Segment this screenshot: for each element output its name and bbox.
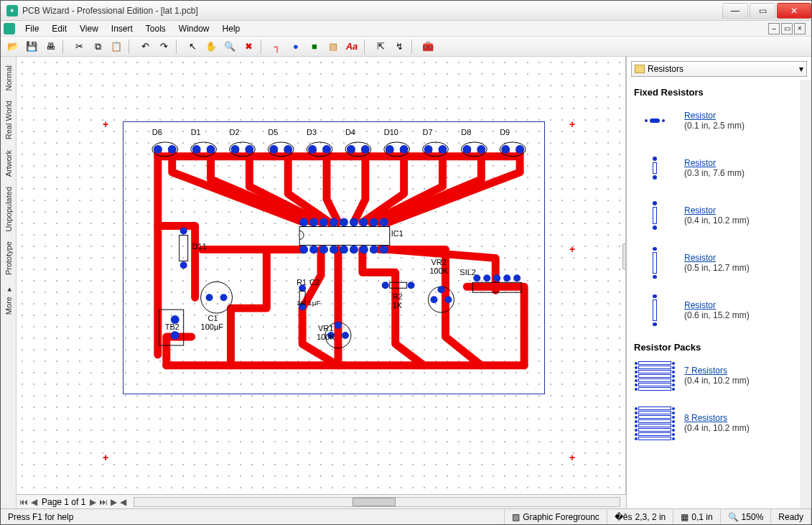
library-button[interactable]: 🧰	[420, 39, 436, 55]
tab-artwork[interactable]: Artwork	[3, 146, 14, 181]
svg-point-52	[444, 296, 452, 303]
rect-tool[interactable]: ■	[307, 39, 322, 55]
palette-item-link[interactable]: Resistor	[684, 111, 716, 121]
palette-item-resistor-pack[interactable]: 8 Resistors(0.4 in, 10.2 mm)	[635, 407, 804, 439]
page-alt-next[interactable]: ◀	[120, 497, 126, 507]
menu-insert[interactable]: Insert	[106, 22, 139, 35]
maximize-button[interactable]: ▭	[750, 3, 775, 19]
corner-marker: +	[103, 452, 108, 463]
svg-point-1	[309, 218, 318, 227]
delete-tool[interactable]: ✖	[241, 39, 256, 55]
resistor-icon	[635, 105, 674, 136]
menu-view[interactable]: View	[74, 22, 104, 35]
status-zoom[interactable]: 🔍150%	[721, 509, 772, 524]
status-grid[interactable]: ▦0,1 in	[673, 509, 720, 524]
redo-button[interactable]: ↷	[156, 39, 172, 55]
undo-button[interactable]: ↶	[137, 39, 153, 55]
page-bar: ⏮ ◀ Page 1 of 1 ▶ ⏭ ▶ ◀	[17, 494, 626, 508]
mdi-close-button[interactable]: ×	[794, 23, 806, 34]
svg-text:100µF: 100µF	[201, 322, 224, 331]
menu-file[interactable]: File	[19, 22, 45, 35]
status-bar: Press F1 for help ▨Graphic Foregrounc �ê…	[1, 508, 811, 524]
title-bar: ✦ PCB Wizard - Professional Edition - [l…	[1, 1, 811, 21]
svg-point-28	[206, 294, 213, 301]
svg-point-78	[284, 145, 292, 154]
svg-text:D9: D9	[500, 128, 510, 136]
palette-item-link[interactable]: Resistor	[684, 300, 716, 310]
palette-item-link[interactable]: Resistor	[684, 158, 716, 168]
canvas-area: + + + + +	[17, 57, 626, 508]
palette-item-resistor-pack[interactable]: 7 Resistors(0.4 in, 10.2 mm)	[635, 360, 804, 391]
menu-window[interactable]: Window	[173, 22, 215, 35]
print-button[interactable]: 🖶	[42, 39, 58, 55]
page-alt-prev[interactable]: ▶	[111, 497, 117, 507]
svg-point-8	[380, 218, 388, 227]
menu-bar: File Edit View Insert Tools Window Help …	[1, 21, 811, 37]
svg-text:1K: 1K	[297, 299, 306, 307]
save-button[interactable]: 💾	[24, 39, 39, 55]
svg-point-0	[299, 218, 308, 227]
svg-point-51	[431, 296, 438, 303]
measure-tool[interactable]: ⇱	[373, 39, 388, 55]
palette-item-resistor[interactable]: Resistor(0.3 in, 7.6 mm)	[635, 152, 804, 184]
palette-item-link[interactable]: 7 Resistors	[684, 366, 727, 376]
splitter-handle[interactable]	[622, 243, 626, 269]
close-button[interactable]: ✕	[777, 3, 811, 19]
cut-button[interactable]: ✂	[71, 39, 87, 55]
tab-more[interactable]: More ▾	[2, 281, 14, 319]
svg-point-12	[330, 245, 338, 254]
palette-item-link[interactable]: Resistor	[684, 253, 716, 263]
open-button[interactable]: 📂	[5, 39, 21, 55]
svg-text:C1: C1	[208, 314, 218, 322]
page-next[interactable]: ▶	[90, 497, 96, 507]
menu-edit[interactable]: Edit	[46, 22, 73, 35]
tab-unpopulated[interactable]: Unpopulated	[3, 182, 14, 236]
zoom-tool[interactable]: 🔍	[222, 39, 238, 55]
route-tool[interactable]: ↯	[391, 39, 407, 55]
svg-point-82	[322, 145, 331, 154]
mdi-minimize-button[interactable]: –	[768, 23, 780, 34]
palette-scrollbar[interactable]	[800, 80, 811, 508]
track-tool[interactable]: ┐	[269, 39, 285, 55]
palette-item-link[interactable]: Resistor	[684, 205, 716, 215]
menu-help[interactable]: Help	[217, 22, 246, 35]
app-icon-small	[4, 23, 15, 34]
svg-point-60	[513, 274, 521, 282]
ic-label: IC1	[391, 229, 403, 238]
horizontal-scrollbar[interactable]	[134, 497, 620, 507]
svg-text:VR1: VR1	[318, 324, 333, 333]
page-last[interactable]: ⏭	[99, 497, 108, 507]
svg-point-85	[347, 145, 355, 154]
mdi-restore-button[interactable]: ▭	[781, 23, 793, 34]
tab-normal[interactable]: Normal	[3, 61, 14, 95]
tab-real-world[interactable]: Real World	[3, 96, 14, 144]
copper-tool[interactable]: ▧	[325, 39, 341, 55]
svg-point-98	[477, 145, 485, 154]
svg-point-6	[360, 218, 368, 227]
svg-text:D4: D4	[345, 128, 355, 136]
palette-item-resistor[interactable]: Resistor(0.1 in, 2.5 mm)	[635, 105, 804, 136]
pan-tool[interactable]: ✋	[203, 39, 219, 55]
svg-point-57	[483, 274, 490, 282]
pointer-tool[interactable]: ↖	[185, 39, 200, 55]
text-tool[interactable]: Aa	[344, 39, 360, 55]
minimize-button[interactable]: —	[722, 3, 748, 19]
svg-point-7	[370, 218, 378, 227]
palette-item-resistor[interactable]: Resistor(0.6 in, 15.2 mm)	[635, 294, 804, 326]
svg-text:D10: D10	[384, 128, 398, 136]
design-canvas[interactable]: + + + + +	[17, 57, 626, 494]
page-first[interactable]: ⏮	[19, 497, 28, 507]
palette-category-select[interactable]: Resistors ▾	[631, 61, 807, 77]
paste-button[interactable]: 📋	[108, 39, 124, 55]
menu-tools[interactable]: Tools	[140, 22, 172, 35]
svg-point-97	[462, 145, 471, 154]
page-prev[interactable]: ◀	[31, 497, 37, 507]
copy-button[interactable]: ⧉	[90, 39, 106, 55]
palette-item-resistor[interactable]: Resistor(0.4 in, 10.2 mm)	[635, 200, 804, 231]
palette-item-link[interactable]: 8 Resistors	[684, 413, 727, 423]
page-label: Page 1 of 1	[42, 497, 85, 507]
pad-tool[interactable]: ●	[288, 39, 304, 55]
tab-prototype[interactable]: Prototype	[3, 237, 14, 279]
status-layer[interactable]: ▨Graphic Foregrounc	[505, 509, 607, 524]
palette-item-resistor[interactable]: Resistor(0.5 in, 12.7 mm)	[635, 247, 804, 279]
